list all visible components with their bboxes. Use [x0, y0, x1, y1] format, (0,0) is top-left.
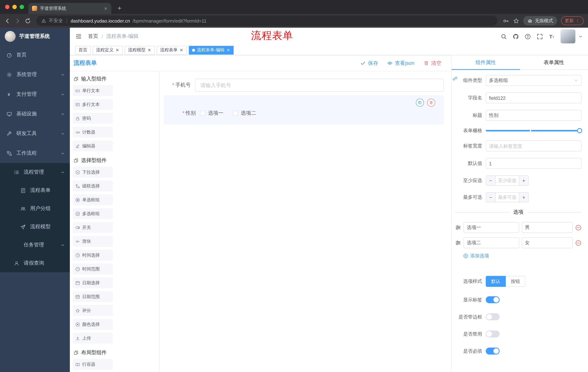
sidebar-item-工作流程[interactable]: 工作流程 — [0, 143, 70, 163]
prop-select[interactable]: 多选框组 — [486, 75, 581, 86]
sidebar-item-首页[interactable]: 首页 — [0, 45, 70, 65]
remove-option-icon[interactable] — [575, 224, 581, 231]
clear-button[interactable]: 清空 — [423, 60, 441, 66]
palette-item-编辑器[interactable]: 编辑器 — [73, 140, 113, 151]
prop-input[interactable] — [486, 93, 581, 103]
option-label-input[interactable] — [463, 237, 519, 248]
palette-item-多选框组[interactable]: 多选框组 — [73, 208, 113, 219]
palette-item-开关[interactable]: 开关 — [73, 222, 113, 233]
palette-item-单行文本[interactable]: 单行文本 — [73, 85, 113, 96]
tag-流程定义[interactable]: 流程定义 — [93, 46, 123, 54]
password-key-icon[interactable] — [503, 18, 509, 24]
toggle-switch[interactable] — [486, 348, 500, 354]
gender-field-selected[interactable]: *性别 选项一选项二 — [164, 95, 444, 125]
palette-item-下拉选择[interactable]: 下拉选择 — [73, 167, 113, 178]
github-icon[interactable] — [513, 33, 519, 40]
decrease-button[interactable]: − — [486, 192, 496, 202]
drag-handle-icon[interactable] — [455, 240, 461, 246]
palette-item-行容器[interactable]: 行容器 — [73, 359, 113, 370]
window-close-button[interactable] — [5, 5, 10, 9]
fullscreen-icon[interactable] — [537, 33, 543, 40]
sidebar-item-任务管理[interactable]: 任务管理 — [0, 236, 70, 254]
palette-item-日期范围[interactable]: 日期范围 — [73, 291, 113, 302]
checkbox-option[interactable]: 选项二 — [233, 110, 256, 117]
stepper-input[interactable] — [496, 176, 519, 185]
toggle-switch[interactable] — [486, 330, 500, 337]
address-bar[interactable]: 不安全 dashboard.yudao.iocoder.cn/bpm/manag… — [36, 16, 497, 26]
view-json-button[interactable]: 查看json — [387, 60, 414, 66]
palette-item-评分[interactable]: 评分 — [73, 305, 113, 316]
option-value-input[interactable] — [522, 222, 573, 233]
palette-item-时间选择[interactable]: 时间选择 — [73, 250, 113, 261]
sidebar-item-流程模型[interactable]: 流程模型 — [0, 218, 70, 236]
slider-handle[interactable] — [577, 128, 582, 133]
tag-close-icon[interactable] — [147, 48, 151, 52]
phone-field[interactable]: *手机号 — [164, 79, 444, 92]
tag-close-icon[interactable] — [179, 48, 183, 52]
back-button[interactable] — [4, 18, 10, 24]
option-label-input[interactable] — [463, 222, 519, 233]
sidebar-item-基础设施[interactable]: 基础设施 — [0, 104, 70, 124]
stepper-input[interactable] — [496, 192, 519, 202]
checkbox-icon[interactable] — [200, 111, 205, 116]
palette-item-级联选择[interactable]: 级联选择 — [73, 181, 113, 191]
tag-close-icon[interactable] — [226, 48, 230, 52]
add-option-button[interactable]: 添加选项 — [463, 253, 581, 259]
style-option-按钮[interactable]: 按钮 — [506, 276, 525, 287]
phone-input[interactable] — [195, 79, 444, 92]
tag-流程表单[interactable]: 流程表单 — [157, 46, 187, 54]
font-size-icon[interactable]: TT — [549, 33, 555, 40]
sidebar-item-请假查询[interactable]: 请假查询 — [0, 254, 70, 272]
breadcrumb-home[interactable]: 首页 — [88, 33, 98, 40]
sidebar-item-流程管理[interactable]: 流程管理 — [0, 163, 70, 181]
decrease-button[interactable]: − — [486, 176, 496, 185]
tag-流程表单-编辑[interactable]: 流程表单-编辑 — [189, 46, 234, 54]
prop-input[interactable] — [486, 110, 581, 121]
sidebar-item-支付管理[interactable]: ¥支付管理 — [0, 85, 70, 104]
palette-item-单选框组[interactable]: 单选框组 — [73, 194, 113, 205]
remove-option-icon[interactable] — [575, 240, 581, 246]
user-avatar[interactable] — [561, 30, 575, 43]
logo[interactable]: 芋道管理系统 — [0, 28, 70, 45]
prop-input[interactable] — [486, 158, 581, 169]
prop-input[interactable] — [486, 140, 581, 151]
reload-button[interactable] — [25, 18, 31, 24]
tab-component-props[interactable]: 组件属性 — [452, 55, 520, 70]
menu-dots-icon[interactable] — [575, 18, 580, 23]
palette-item-滑块[interactable]: 滑块 — [73, 236, 113, 247]
update-button[interactable]: 更新 — [561, 16, 584, 25]
checkbox-option[interactable]: 选项一 — [200, 110, 223, 117]
palette-item-时间范围[interactable]: 时间范围 — [73, 264, 113, 275]
delete-component-button[interactable] — [427, 99, 435, 107]
toggle-switch[interactable] — [486, 313, 500, 320]
palette-item-多行文本[interactable]: 多行文本 — [73, 99, 113, 110]
link-icon[interactable] — [452, 76, 458, 81]
window-zoom-button[interactable] — [20, 5, 24, 9]
copy-component-button[interactable] — [416, 99, 424, 107]
option-value-input[interactable] — [522, 237, 573, 248]
style-option-默认[interactable]: 默认 — [486, 276, 506, 287]
save-button[interactable]: 保存 — [360, 60, 378, 66]
window-minimize-button[interactable] — [12, 5, 17, 9]
palette-item-日期选择[interactable]: 日期选择 — [73, 277, 113, 288]
tag-close-icon[interactable] — [115, 48, 119, 52]
help-icon[interactable] — [525, 33, 531, 40]
toggle-switch[interactable] — [486, 296, 500, 303]
tab-form-props[interactable]: 表单属性 — [520, 55, 588, 70]
increase-button[interactable]: + — [519, 192, 528, 202]
sidebar-item-系统管理[interactable]: 系统管理 — [0, 65, 70, 85]
browser-tab[interactable]: 芋道管理系统 — [28, 3, 111, 14]
tag-首页[interactable]: 首页 — [75, 46, 91, 54]
new-tab-button[interactable] — [117, 6, 122, 11]
drag-handle-icon[interactable] — [455, 224, 461, 230]
security-label[interactable]: 不安全 — [49, 18, 63, 24]
palette-item-颜色选择[interactable]: 颜色选择 — [73, 319, 113, 330]
sidebar-item-研发工具[interactable]: 研发工具 — [0, 124, 70, 143]
palette-item-计数器[interactable]: 123计数器 — [73, 127, 113, 138]
tag-流程模型[interactable]: 流程模型 — [125, 46, 155, 54]
grid-slider[interactable] — [486, 128, 581, 133]
sidebar-item-流程表单[interactable]: 流程表单 — [0, 181, 70, 200]
palette-item-密码[interactable]: 密码 — [73, 113, 113, 124]
forward-button[interactable] — [15, 18, 21, 24]
tab-close-icon[interactable] — [104, 6, 108, 10]
